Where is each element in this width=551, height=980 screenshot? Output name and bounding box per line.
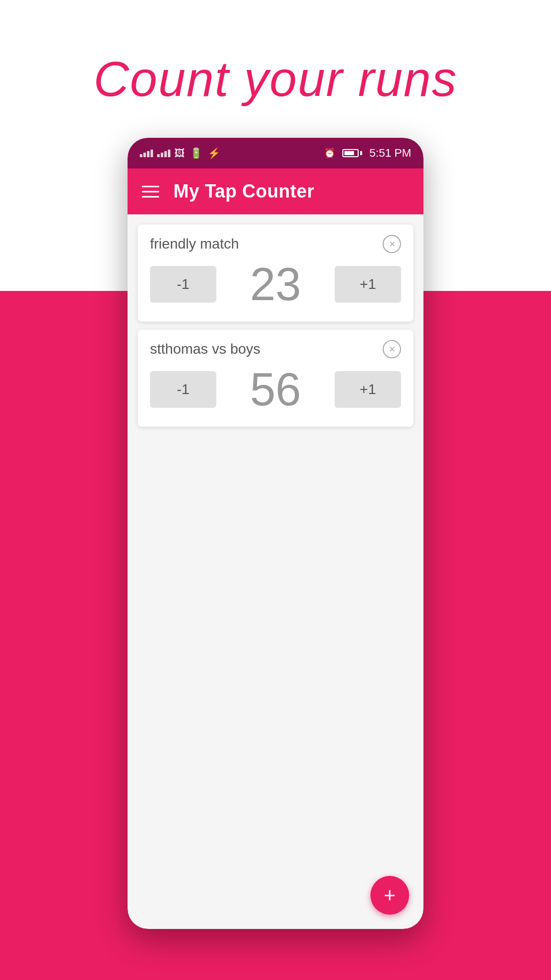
status-bar: 🖼 🔋 ⚡ ⏰ 5:51 PM	[128, 138, 423, 168]
counter-2-value: 56	[221, 366, 330, 412]
add-counter-fab[interactable]: +	[370, 876, 409, 915]
signal-bar	[143, 153, 146, 157]
counter-2-close-button[interactable]	[383, 340, 401, 358]
page-title: Count your runs	[93, 51, 457, 107]
alarm-icon: ⏰	[324, 148, 335, 159]
menu-line	[142, 186, 159, 187]
battery-indicator	[342, 149, 362, 157]
counter-1-name: friendly match	[150, 236, 239, 252]
signal-bar	[140, 154, 142, 157]
menu-line	[142, 196, 159, 198]
status-right: ⏰ 5:51 PM	[324, 146, 411, 160]
app-bar-title: My Tap Counter	[173, 181, 314, 202]
counter-1-decrement-button[interactable]: -1	[150, 266, 216, 303]
app-bar: My Tap Counter	[128, 168, 423, 214]
counter-2-name: stthomas vs boys	[150, 341, 260, 357]
status-time: 5:51 PM	[369, 146, 411, 160]
image-icon: 🖼	[174, 148, 185, 159]
signal-bars-2	[157, 150, 170, 157]
counter-card-2: stthomas vs boys -1 56 +1	[138, 330, 413, 427]
outer-container: 🖼 🔋 ⚡ ⏰ 5:51 PM	[0, 138, 551, 980]
signal-bar	[164, 151, 167, 157]
signal-bar	[161, 153, 163, 157]
counter-1-increment-button[interactable]: +1	[335, 266, 401, 303]
counter-card-1: friendly match -1 23 +1	[138, 225, 413, 322]
battery-body	[342, 149, 359, 157]
counter-2-controls: -1 56 +1	[150, 366, 401, 412]
counter-card-2-header: stthomas vs boys	[150, 340, 401, 358]
battery-tip	[360, 151, 362, 155]
battery-fill	[344, 151, 354, 155]
signal-bar	[157, 154, 160, 157]
app-content: friendly match -1 23 +1 stthomas vs boys…	[128, 214, 423, 929]
signal-bars-1	[140, 150, 153, 157]
counter-1-value: 23	[221, 261, 330, 307]
usb-icon: ⚡	[208, 147, 220, 159]
counter-1-close-button[interactable]	[383, 235, 401, 253]
page-header: Count your runs	[0, 0, 551, 138]
counter-2-decrement-button[interactable]: -1	[150, 371, 216, 408]
counter-1-controls: -1 23 +1	[150, 261, 401, 307]
signal-bar	[147, 151, 149, 157]
battery-icon-small: 🔋	[190, 147, 203, 159]
status-left: 🖼 🔋 ⚡	[140, 147, 220, 159]
counter-2-increment-button[interactable]: +1	[335, 371, 401, 408]
hamburger-menu-icon[interactable]	[142, 186, 159, 198]
signal-bar	[168, 150, 170, 157]
signal-bar	[151, 150, 153, 157]
status-icons: 🖼 🔋 ⚡	[174, 147, 220, 159]
phone-container: 🖼 🔋 ⚡ ⏰ 5:51 PM	[128, 138, 423, 929]
plus-icon: +	[384, 885, 395, 905]
menu-line	[142, 191, 159, 192]
counter-card-1-header: friendly match	[150, 235, 401, 253]
